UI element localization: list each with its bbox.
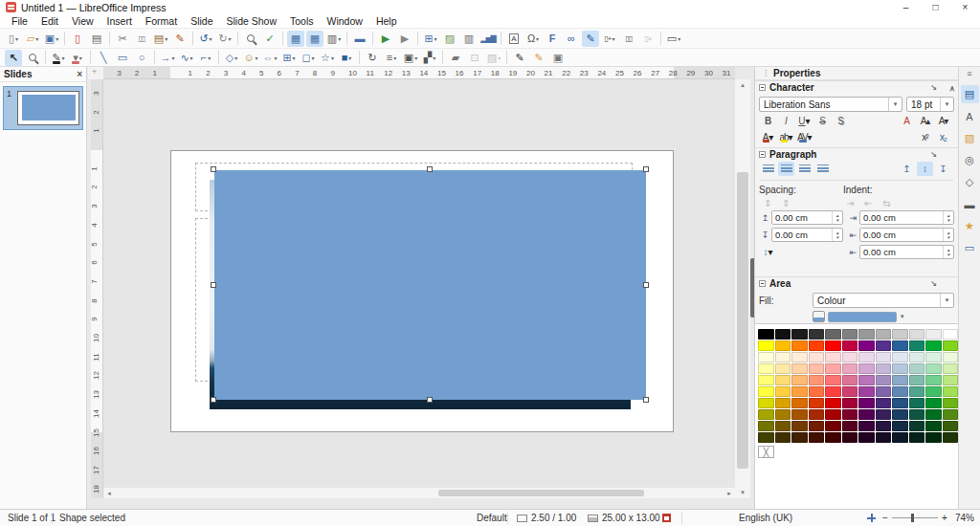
slide-properties-dropdown[interactable]: ▾ bbox=[678, 35, 680, 42]
color-swatch[interactable] bbox=[925, 398, 942, 408]
color-swatch[interactable] bbox=[909, 386, 925, 397]
color-swatch[interactable] bbox=[758, 398, 774, 408]
decrease-font-size-button[interactable]: A▾ bbox=[935, 114, 951, 128]
flowchart-dropdown[interactable]: ▾ bbox=[293, 55, 296, 61]
above-paragraph-spacing-spinner[interactable]: ▴▾ bbox=[832, 211, 842, 224]
edit-points-button[interactable]: ✎ bbox=[511, 50, 528, 66]
align-objects-button[interactable]: ≡▾ bbox=[383, 50, 400, 66]
color-swatch[interactable] bbox=[925, 421, 942, 431]
color-swatch[interactable] bbox=[909, 352, 925, 362]
superscript-button[interactable]: x² bbox=[917, 130, 933, 144]
color-swatch[interactable] bbox=[909, 340, 925, 351]
color-swatch[interactable] bbox=[758, 363, 774, 374]
line-color-button[interactable]: ✎▾ bbox=[50, 50, 67, 66]
selection-handle[interactable] bbox=[211, 282, 216, 288]
menu-format[interactable]: Format bbox=[139, 14, 184, 28]
clone-formatting-button[interactable]: ✎ bbox=[171, 31, 189, 47]
after-text-indent-spinner[interactable]: ▴▾ bbox=[943, 229, 953, 241]
chevron-down-icon[interactable]: ▾ bbox=[901, 313, 904, 320]
ellipse-button[interactable]: ○ bbox=[133, 50, 150, 66]
align-center-button[interactable] bbox=[778, 162, 794, 176]
start-from-current-slide-button[interactable]: ▶ bbox=[396, 31, 413, 47]
horizontal-scrollbar-thumb[interactable] bbox=[438, 490, 644, 496]
line-spacing-dropdown[interactable]: ▾ bbox=[768, 247, 772, 257]
horizontal-ruler[interactable]: 3211234567891011121314151617181920212223… bbox=[103, 67, 735, 79]
color-swatch[interactable] bbox=[825, 421, 841, 431]
menu-edit[interactable]: Edit bbox=[34, 14, 65, 28]
spin-down-icon[interactable]: ▾ bbox=[947, 252, 950, 257]
symbol-shapes-dropdown[interactable]: ▾ bbox=[256, 55, 258, 61]
minimize-button[interactable]: – bbox=[891, 0, 921, 14]
show-draw-functions-button[interactable]: ✎ bbox=[582, 31, 599, 47]
color-swatch[interactable] bbox=[892, 398, 908, 408]
vertical-ruler[interactable]: 32112345678910111213141516171819 bbox=[91, 79, 103, 498]
menu-view[interactable]: View bbox=[65, 14, 100, 28]
color-swatch[interactable] bbox=[925, 352, 942, 362]
zoom-slider[interactable] bbox=[892, 517, 938, 518]
tab-master-slides[interactable]: ▭ bbox=[961, 239, 979, 257]
color-swatch[interactable] bbox=[825, 386, 841, 397]
collapse-icon[interactable] bbox=[759, 84, 766, 91]
increase-font-size-button[interactable]: A▴ bbox=[917, 114, 933, 128]
subscript-button[interactable]: x₂ bbox=[935, 130, 951, 144]
character-shadow-button[interactable]: S bbox=[833, 114, 849, 128]
color-swatch[interactable] bbox=[925, 409, 942, 420]
color-swatch[interactable] bbox=[809, 329, 825, 340]
color-swatch[interactable] bbox=[858, 352, 875, 362]
color-swatch[interactable] bbox=[791, 409, 808, 420]
highlighting-color-dropdown[interactable]: ▾ bbox=[789, 132, 793, 142]
special-character-dropdown[interactable]: ▾ bbox=[536, 35, 539, 42]
color-swatch[interactable] bbox=[892, 340, 908, 351]
color-swatch[interactable] bbox=[842, 363, 858, 374]
basic-shapes-dropdown[interactable]: ▾ bbox=[234, 55, 237, 61]
align-left-button[interactable] bbox=[760, 162, 776, 176]
color-swatch[interactable] bbox=[825, 398, 841, 408]
tab-animation[interactable]: ★ bbox=[961, 217, 979, 235]
hyperlink-button[interactable]: ∞ bbox=[563, 31, 580, 47]
color-swatch[interactable] bbox=[775, 363, 791, 374]
scroll-up-icon[interactable]: ▴ bbox=[735, 79, 750, 91]
below-paragraph-spacing-spinner[interactable]: ▴▾ bbox=[832, 229, 842, 241]
display-views-dropdown[interactable]: ▾ bbox=[338, 35, 341, 42]
dialog-launcher-icon[interactable]: ↘ bbox=[930, 150, 937, 159]
bold-button[interactable]: B bbox=[760, 114, 776, 128]
color-swatch[interactable] bbox=[809, 398, 825, 408]
fontwork-button[interactable]: F bbox=[544, 31, 561, 47]
color-swatch[interactable] bbox=[809, 409, 825, 420]
menu-window[interactable]: Window bbox=[321, 14, 369, 28]
dialog-launcher-icon[interactable]: ↘ bbox=[930, 83, 937, 92]
area-section-header[interactable]: Area ↘ bbox=[755, 276, 958, 290]
before-text-indent-field[interactable]: 0.00 cm▴▾ bbox=[859, 210, 954, 225]
redo-dropdown[interactable]: ▾ bbox=[229, 35, 232, 42]
color-swatch[interactable] bbox=[842, 375, 858, 385]
color-swatch[interactable] bbox=[791, 421, 808, 431]
display-grid-button[interactable]: ▦ bbox=[287, 31, 304, 47]
insert-image-button[interactable]: ▨ bbox=[441, 31, 458, 47]
scroll-left-icon[interactable]: ◂ bbox=[103, 488, 115, 498]
rotate-button[interactable]: ↻ bbox=[364, 50, 381, 66]
arrange-button[interactable]: ▣▾ bbox=[402, 50, 419, 66]
toggle-extrusion-button[interactable]: ▣ bbox=[549, 50, 567, 66]
underline-dropdown[interactable]: ▾ bbox=[806, 116, 811, 126]
color-swatch[interactable] bbox=[858, 340, 875, 351]
slide-thumbnail-item[interactable]: 1 bbox=[3, 86, 83, 130]
color-swatch[interactable] bbox=[892, 352, 908, 362]
color-swatch[interactable] bbox=[825, 409, 841, 420]
color-swatch[interactable] bbox=[876, 329, 892, 340]
lines-and-arrows-dropdown[interactable]: ▾ bbox=[171, 55, 174, 61]
fill-color-swatch[interactable] bbox=[828, 312, 897, 322]
color-swatch[interactable] bbox=[809, 375, 825, 385]
zoom-in-button[interactable]: + bbox=[942, 513, 947, 523]
unsaved-changes-status[interactable] bbox=[662, 513, 675, 523]
fill-color-dropdown[interactable]: ▾ bbox=[79, 55, 82, 61]
special-character-button[interactable]: Ω▾ bbox=[524, 31, 542, 47]
color-swatch[interactable] bbox=[943, 398, 959, 408]
connectors-button[interactable]: ⌐▾ bbox=[197, 50, 214, 66]
color-swatch[interactable] bbox=[943, 340, 959, 351]
selection-handle[interactable] bbox=[211, 166, 216, 172]
snap-to-grid-button[interactable]: ▦ bbox=[306, 31, 323, 47]
color-swatch[interactable] bbox=[876, 352, 892, 362]
color-swatch[interactable] bbox=[892, 363, 908, 374]
selection-handle[interactable] bbox=[427, 397, 433, 403]
color-swatch[interactable] bbox=[858, 398, 875, 408]
